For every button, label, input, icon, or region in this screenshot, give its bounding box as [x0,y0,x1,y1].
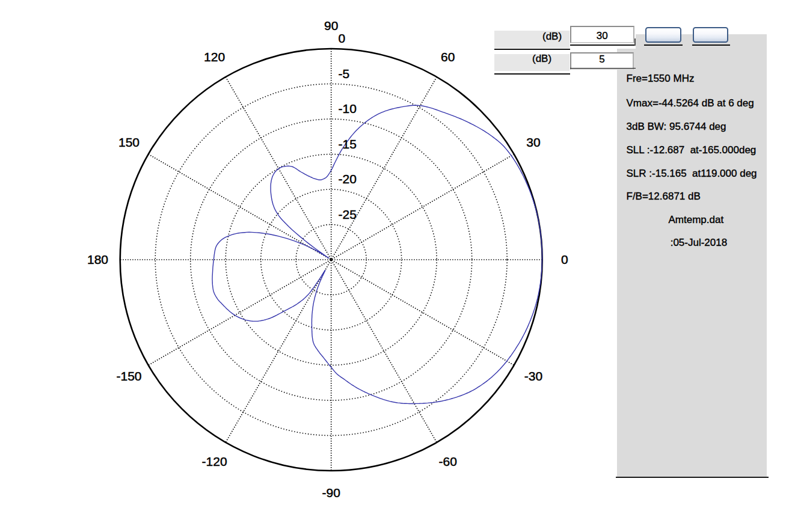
svg-text:-10: -10 [339,102,357,115]
svg-text:-30: -30 [524,369,542,383]
svg-text:150: 150 [118,135,140,149]
svg-text:-15: -15 [339,137,357,151]
svg-text:-150: -150 [116,369,141,383]
svg-text:-25: -25 [339,207,357,221]
svg-text:0: 0 [561,252,568,266]
svg-text:120: 120 [204,50,225,64]
svg-text:60: 60 [441,50,455,64]
svg-text:-90: -90 [322,486,340,500]
svg-text:90: 90 [324,19,338,32]
svg-text:-60: -60 [439,454,457,468]
svg-text:0: 0 [339,31,346,45]
svg-text:-5: -5 [339,67,350,81]
svg-text:180: 180 [87,252,108,266]
svg-text:30: 30 [526,135,540,149]
svg-text:-120: -120 [202,454,227,468]
svg-text:-20: -20 [339,172,357,186]
